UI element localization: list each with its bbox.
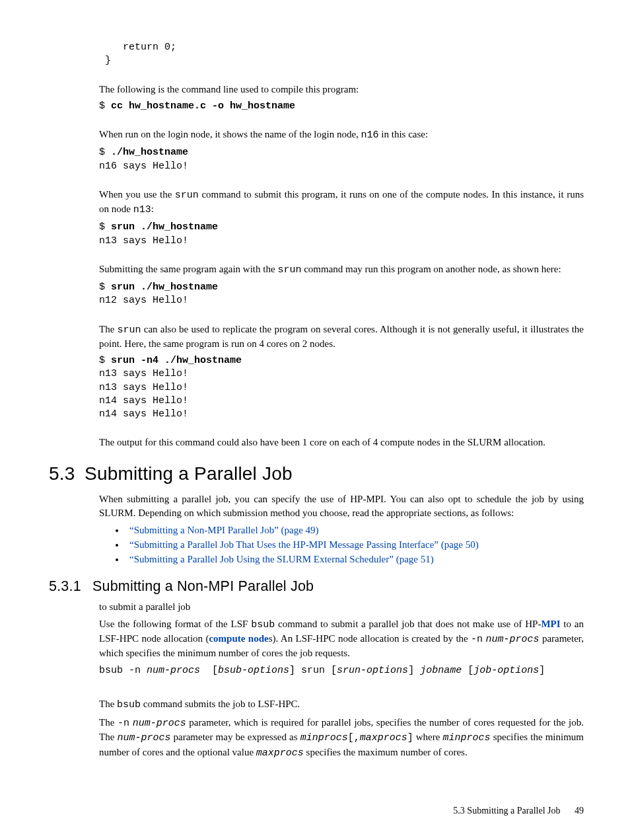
code-srun-2: $ srun ./hw_hostname n12 says Hello! <box>99 281 584 308</box>
code-bsub-synopsis: bsub -n num-procs [bsub-options] srun [s… <box>99 664 584 677</box>
section-heading-5-3: 5.3Submitting a Parallel Job <box>49 461 584 486</box>
link-glossary-compute-node[interactable]: compute node <box>209 633 268 644</box>
para-srun-again: Submitting the same program again with t… <box>99 262 584 277</box>
link-hp-mpi[interactable]: “Submitting a Parallel Job That Uses the… <box>129 539 479 550</box>
code-snippet-return: return 0; } <box>99 41 584 68</box>
code-run-local: $ ./hw_hostname n16 says Hello! <box>99 146 584 173</box>
para-parallel-intro: When submitting a parallel job, you can … <box>99 492 584 519</box>
toc-list: “Submitting a Non-MPI Parallel Job” (pag… <box>99 523 584 566</box>
subsection-heading-5-3-1: 5.3.1Submitting a Non-MPI Parallel Job <box>49 577 584 596</box>
code-srun-n4: $ srun -n4 ./hw_hostname n13 says Hello!… <box>99 354 584 421</box>
para-login-node: When run on the login node, it shows the… <box>99 128 584 142</box>
footer-section: 5.3 Submitting a Parallel Job <box>453 806 560 816</box>
code-srun-1: $ srun ./hw_hostname n13 says Hello! <box>99 221 584 248</box>
list-item: “Submitting a Parallel Job Using the SLU… <box>125 553 584 566</box>
link-slurm[interactable]: “Submitting a Parallel Job Using the SLU… <box>129 554 434 564</box>
footer-page-number: 49 <box>575 806 584 816</box>
para-to-submit: to submit a parallel job <box>99 600 584 613</box>
para-output-note: The output for this command could also h… <box>99 436 584 449</box>
para-n-param: The -n num-procs parameter, which is req… <box>99 716 584 760</box>
list-item: “Submitting a Parallel Job That Uses the… <box>125 538 584 551</box>
link-glossary-mpi[interactable]: MPI <box>541 619 560 629</box>
para-compile-intro: The following is the command line used t… <box>99 83 584 96</box>
para-bsub-submits: The bsub command submits the job to LSF-… <box>99 697 584 712</box>
page-footer: 5.3 Submitting a Parallel Job 49 <box>453 805 584 818</box>
code-compile: $ cc hw_hostname.c -o hw_hostname <box>99 100 584 113</box>
para-srun-submit: When you use the srun command to submit … <box>99 188 584 217</box>
link-non-mpi[interactable]: “Submitting a Non-MPI Parallel Job” (pag… <box>129 525 319 535</box>
para-bsub-format: Use the following format of the LSF bsub… <box>99 617 584 660</box>
para-srun-replicate: The srun can also be used to replicate t… <box>99 323 584 351</box>
list-item: “Submitting a Non-MPI Parallel Job” (pag… <box>125 523 584 537</box>
